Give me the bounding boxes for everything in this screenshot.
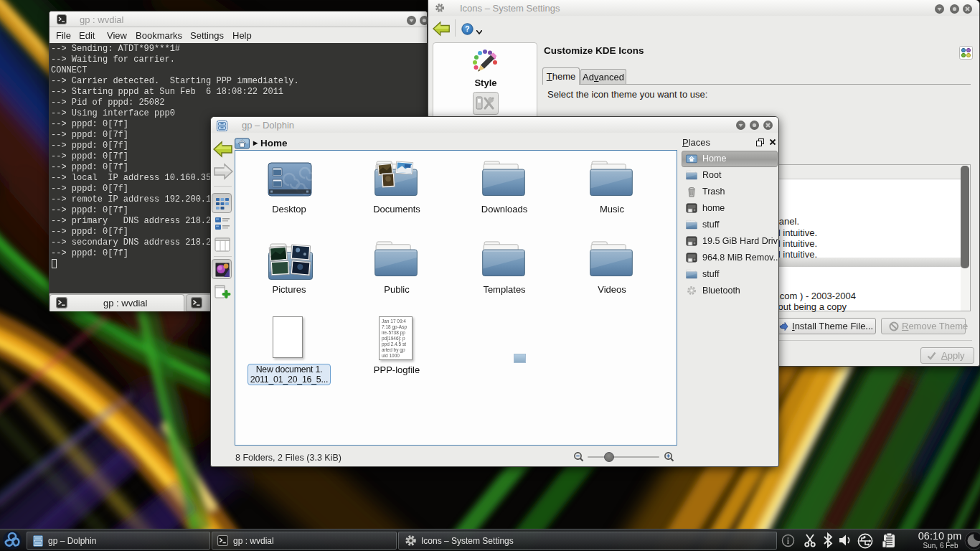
svg-text:i: i — [787, 536, 790, 546]
svg-text:?: ? — [465, 24, 470, 33]
